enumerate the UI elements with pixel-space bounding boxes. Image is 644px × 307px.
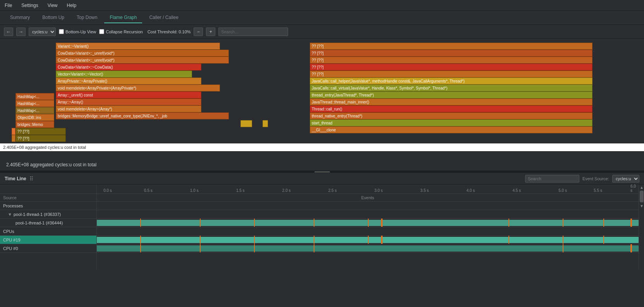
plus-button[interactable]: +	[206, 28, 215, 36]
tick-1s: 1.0 s	[190, 188, 199, 193]
tick-event-5	[368, 219, 369, 227]
menu-settings[interactable]: Settings	[20, 2, 39, 9]
tick-0s: 0.0 s	[103, 188, 112, 193]
timeline-scrollbar[interactable]: ▲ ▼	[639, 185, 644, 270]
frame-cowdata-unref-2[interactable]: CowData<Variant>::_unref(void*)	[56, 57, 229, 64]
frame-right-unknown-4[interactable]: ?? [??]	[310, 64, 592, 71]
forward-button[interactable]: →	[16, 28, 26, 36]
frame-array-dtor[interactable]: Array::~Array()	[56, 98, 201, 105]
frame-extra-2[interactable]	[263, 120, 268, 127]
frame-cowdata-unref-1[interactable]: CowData<Variant>::_unref(void*)	[56, 50, 229, 57]
menu-file[interactable]: File	[3, 2, 14, 9]
frame-vector-dtor[interactable]: Vector<Variant>::~Vector()	[56, 71, 192, 78]
timeline-labels: Source Processes ▼ pool-1-thread-1 (#363…	[0, 185, 97, 270]
bottomup-view-checkbox[interactable]	[59, 29, 64, 34]
frame-thread-entry[interactable]: thread_entry(JavaThread*, Thread*)	[310, 91, 592, 98]
menu-help[interactable]: Help	[65, 2, 78, 9]
frame-marker-1[interactable]	[12, 128, 15, 135]
tick-event-7	[563, 219, 563, 227]
frame-bridges-memo[interactable]: bridges::Memo	[15, 121, 54, 128]
frame-cowdata-dtor[interactable]: CowData<Variant>::~CowData()	[56, 64, 201, 71]
frame-hashmap-2[interactable]: HashMap<...	[15, 100, 54, 107]
cpu19-tick-1	[140, 236, 141, 244]
frame-thread-native-entry[interactable]: thread_native_entry(Thread*)	[310, 112, 592, 119]
frame-extra-1[interactable]	[240, 120, 252, 127]
frame-unknown-1[interactable]: ?? [??]	[15, 128, 66, 135]
thread-36444-row[interactable]: pool-1-thread-1 (#36444)	[0, 219, 96, 227]
thread-36444-data[interactable]	[97, 219, 639, 227]
processes-header: Processes	[0, 202, 96, 210]
frame-hashmap-1[interactable]: HashMap<...	[15, 93, 54, 100]
tick-event-9	[630, 219, 632, 227]
tick-15s: 1.5 s	[236, 188, 245, 193]
frame-start-thread[interactable]: start_thread	[310, 119, 592, 126]
tick-event-2	[200, 219, 201, 227]
tick-event-4	[314, 219, 314, 227]
frame-right-unknown-3[interactable]: ?? [??]	[310, 57, 592, 64]
cpu0-tick-4	[314, 244, 314, 252]
frame-marker-2[interactable]	[12, 135, 15, 142]
frame-thread-callrun[interactable]: Thread::call_run()	[310, 105, 592, 112]
metric-select[interactable]: cycles:u	[29, 28, 56, 36]
tick-event-5b	[381, 219, 383, 227]
frame-right-unknown-1[interactable]: ?? [??]	[310, 43, 592, 50]
back-button[interactable]: ←	[4, 28, 13, 36]
cpu19-tick-5b	[381, 236, 383, 244]
frame-right-unknown-2[interactable]: ?? [??]	[310, 50, 592, 57]
frame-hashmap-3[interactable]: HashMap<...	[15, 107, 54, 114]
cpu19-tick-6	[508, 236, 509, 244]
collapse-recursion-check[interactable]: Collapse Recursion	[99, 29, 143, 34]
search-input[interactable]	[218, 28, 288, 36]
processes-data-header	[97, 202, 639, 210]
flamegraph[interactable]: HashMap<... HashMap<... HashMap<... Obje…	[0, 39, 644, 151]
flamegraph-tooltip: 2.405E+08 aggregated cycles:u cost in to…	[0, 143, 644, 151]
thread-36337-row[interactable]: ▼ pool-1-thread-1 (#36337)	[0, 210, 96, 219]
frame-memdelete-array[interactable]: void memdelete<Array>(Array*)	[56, 105, 201, 112]
minus-button[interactable]: −	[194, 28, 203, 36]
tab-flame-graph[interactable]: Flame Graph	[104, 12, 142, 23]
frame-right-unknown-5[interactable]: ?? [??]	[310, 71, 592, 78]
tick-35s: 3.5 s	[421, 188, 429, 193]
cpu19-tick-2	[200, 236, 201, 244]
frame-variant-dtor[interactable]: Variant::~Variant()	[56, 43, 220, 50]
cpu19-tick-4	[314, 236, 314, 244]
frame-array-unref[interactable]: Array::_unref() const	[56, 91, 201, 98]
frame-javacalls-helper[interactable]: JavaCalls::call_helper(JavaValue*, metho…	[310, 78, 592, 85]
frame-objectdb[interactable]: ObjectDB::ins	[15, 114, 54, 121]
frame-memdelete-arrayprivate[interactable]: void memdelete<ArrayPrivate>(ArrayPrivat…	[56, 85, 220, 91]
cpu0-tick-5	[563, 244, 563, 252]
tick-3s: 3.0 s	[374, 188, 383, 193]
tab-bar: Summary Bottom Up Top Down Flame Graph C…	[0, 11, 644, 25]
frame-bridges-unref[interactable]: bridges::MemoryBridge::unref_native_core…	[56, 112, 229, 119]
frame-javacalls-virtual[interactable]: JavaCalls::call_virtual(JavaValue*, Hand…	[310, 85, 592, 91]
menu-view[interactable]: View	[46, 2, 59, 9]
cpu19-row[interactable]: CPU #19	[0, 236, 96, 244]
timeline-search-input[interactable]	[525, 175, 579, 183]
tab-caller-callee[interactable]: Caller / Callee	[144, 12, 184, 23]
cpu0-bar	[97, 245, 639, 252]
tab-summary[interactable]: Summary	[5, 12, 35, 23]
frame-javathread-main[interactable]: JavaThread::thread_main_inner()	[310, 98, 592, 105]
cpu19-tick-5	[368, 236, 369, 244]
cpu19-tick-7	[563, 236, 563, 244]
cpu0-row[interactable]: CPU #0	[0, 244, 96, 253]
cpu19-tick-3	[254, 236, 255, 244]
cpu0-data[interactable]	[97, 244, 639, 253]
frame-arrayprivate-dtor[interactable]: ArrayPrivate::~ArrayPrivate()	[56, 78, 201, 85]
bottomup-view-check[interactable]: Bottom-Up View	[59, 29, 96, 34]
event-source-select[interactable]: cycles:u	[612, 175, 639, 183]
tab-bottom-up[interactable]: Bottom Up	[37, 12, 70, 23]
scroll-up-arrow[interactable]: ▲	[639, 185, 644, 190]
tab-top-down[interactable]: Top Down	[71, 12, 103, 23]
grid-icon[interactable]: ⠿	[29, 176, 33, 182]
frame-unknown-2[interactable]: ?? [??]	[15, 135, 66, 142]
tick-45s: 4.5 s	[512, 188, 521, 193]
tick-05s: 0.5 s	[144, 188, 153, 193]
scrollbar-thumb[interactable]	[640, 191, 644, 202]
tick-5s: 5.0 s	[558, 188, 567, 193]
scroll-down-arrow[interactable]: ▼	[639, 203, 644, 209]
frame-gi-clone[interactable]: __GI___clone	[310, 126, 592, 133]
thread-36337-data[interactable]	[97, 210, 639, 219]
collapse-recursion-checkbox[interactable]	[99, 29, 104, 34]
cpu19-data[interactable]	[97, 236, 639, 244]
